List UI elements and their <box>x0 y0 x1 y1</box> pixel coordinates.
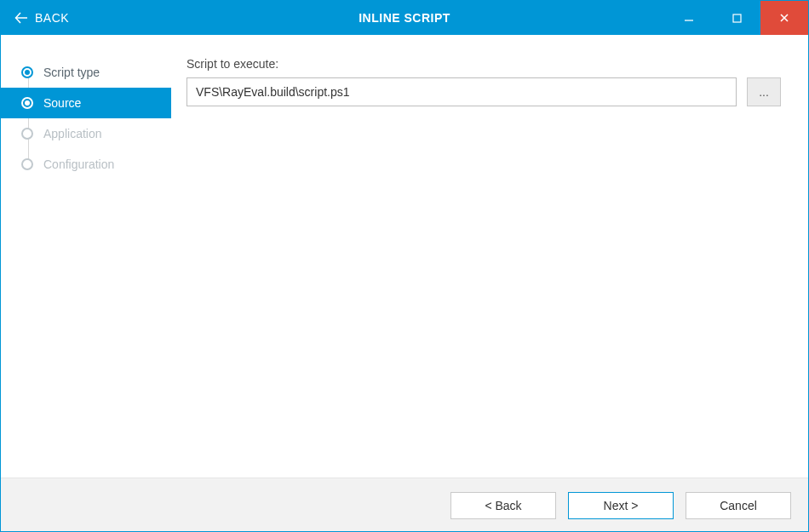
step-bullet-icon <box>21 66 33 78</box>
step-label: Source <box>43 96 81 110</box>
back-button[interactable]: BACK <box>1 11 69 25</box>
main-panel: Script to execute: ... <box>171 35 808 478</box>
wizard-steps: Script type Source Application Configura… <box>1 57 171 180</box>
wizard-sidebar: Script type Source Application Configura… <box>1 35 171 478</box>
step-bullet-icon <box>21 97 33 109</box>
minimize-button[interactable] <box>665 1 713 35</box>
script-field-label: Script to execute: <box>186 57 781 71</box>
window-controls <box>665 1 808 35</box>
step-label: Configuration <box>43 157 114 171</box>
step-bullet-icon <box>21 158 33 170</box>
back-label: BACK <box>35 11 69 25</box>
step-script-type[interactable]: Script type <box>1 57 171 88</box>
svg-rect-1 <box>733 14 741 22</box>
window-title: INLINE SCRIPT <box>359 11 450 25</box>
step-label: Application <box>43 127 102 140</box>
arrow-left-icon <box>14 11 28 25</box>
script-path-input[interactable] <box>186 77 737 106</box>
close-button[interactable] <box>760 1 808 35</box>
titlebar: BACK INLINE SCRIPT <box>1 1 808 35</box>
step-label: Script type <box>43 66 100 79</box>
back-nav-button[interactable]: < Back <box>450 492 556 519</box>
next-nav-button[interactable]: Next > <box>568 492 674 519</box>
cancel-button[interactable]: Cancel <box>686 492 791 519</box>
footer: < Back Next > Cancel <box>1 478 808 532</box>
step-source[interactable]: Source <box>1 88 171 118</box>
script-field-row: ... <box>186 77 781 106</box>
browse-button[interactable]: ... <box>747 77 781 106</box>
step-bullet-icon <box>21 128 33 140</box>
maximize-button[interactable] <box>713 1 760 35</box>
step-configuration[interactable]: Configuration <box>1 149 171 180</box>
step-application[interactable]: Application <box>1 118 171 149</box>
